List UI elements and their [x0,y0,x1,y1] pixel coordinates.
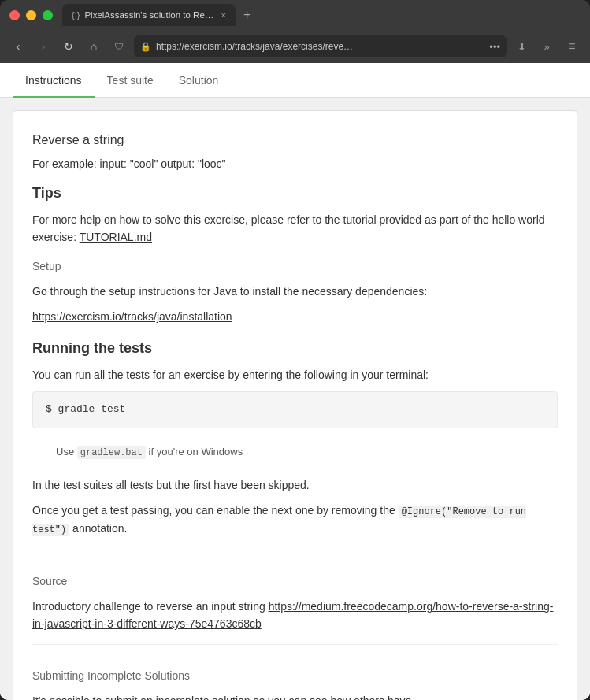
setup-link[interactable]: https://exercism.io/tracks/java/installa… [32,310,232,323]
close-button[interactable] [9,10,20,20]
main-area: Reverse a string For example: input: "co… [0,98,590,700]
windows-note: Use gradlew.bat if you're on Windows [32,436,558,469]
new-tab-button[interactable]: + [239,8,255,22]
source-heading: Source [32,572,558,590]
forward-button[interactable]: › [33,36,54,57]
shield-icon: 🛡 [109,36,129,57]
code-command: $ gradle test [46,403,125,415]
incomplete-section: Submitting Incomplete Solutions It's pos… [32,644,558,700]
incomplete-text: It's possible to submit an incomplete so… [32,692,558,700]
minimize-button[interactable] [26,10,36,20]
browser-tab[interactable]: {;} PixelAssassin's solution to Reve… × [62,4,236,26]
tab-favicon-icon: {;} [72,10,80,20]
enable-text: Once you get a test passing, you can ena… [32,502,558,538]
back-button[interactable]: ‹ [8,36,28,57]
running-heading: Running the tests [32,337,558,360]
page-tabs: Instructions Test suite Solution [0,63,590,98]
content-card: Reverse a string For example: input: "co… [13,110,577,700]
tab-instructions[interactable]: Instructions [13,63,95,98]
lock-icon: 🔒 [140,42,151,52]
source-section: Source Introductory challenge to reverse… [32,550,558,633]
setup-text: Go through the setup instructions for Ja… [32,283,558,300]
tab-test-suite[interactable]: Test suite [95,63,166,98]
address-bar[interactable]: 🔒 https://exercism.io/tracks/java/exerci… [134,35,507,57]
traffic-lights [9,10,53,20]
url-text: https://exercism.io/tracks/java/exercise… [156,41,484,52]
source-text: Introductory challenge to reverse an inp… [32,598,558,633]
page-content: Instructions Test suite Solution Reverse… [0,63,590,700]
setup-heading: Setup [32,257,558,275]
exercise-heading: Reverse a string [32,130,558,150]
browser-window: {;} PixelAssassin's solution to Reve… × … [0,0,590,700]
refresh-button[interactable]: ↻ [58,36,79,57]
expand-icon[interactable]: » [536,36,557,57]
tab-close-icon[interactable]: × [221,10,226,20]
tutorial-link[interactable]: TUTORIAL.md [80,231,152,243]
tips-heading: Tips [32,182,558,205]
tips-text: For more help on how to solve this exerc… [32,211,558,246]
tab-bar: {;} PixelAssassin's solution to Reve… × … [62,4,581,26]
maximize-button[interactable] [43,10,53,20]
gradlew-code: gradlew.bat [77,446,146,459]
tab-label: PixelAssassin's solution to Reve… [84,10,216,20]
download-icon[interactable]: ⬇ [511,36,532,57]
example-text: For example: input: "cool" output: "looc… [32,155,558,172]
tab-solution[interactable]: Solution [166,63,232,98]
more-options-icon[interactable]: ••• [489,41,500,53]
home-button[interactable]: ⌂ [83,36,104,57]
code-block: $ gradle test [32,391,558,428]
menu-icon[interactable]: ≡ [562,36,582,57]
nav-bar: ‹ › ↻ ⌂ 🛡 🔒 https://exercism.io/tracks/j… [0,30,590,63]
skipped-text: In the test suites all tests but the fir… [32,476,558,494]
title-bar: {;} PixelAssassin's solution to Reve… × … [0,0,590,30]
running-text: You can run all the tests for an exercis… [32,366,558,383]
incomplete-heading: Submitting Incomplete Solutions [32,667,558,684]
